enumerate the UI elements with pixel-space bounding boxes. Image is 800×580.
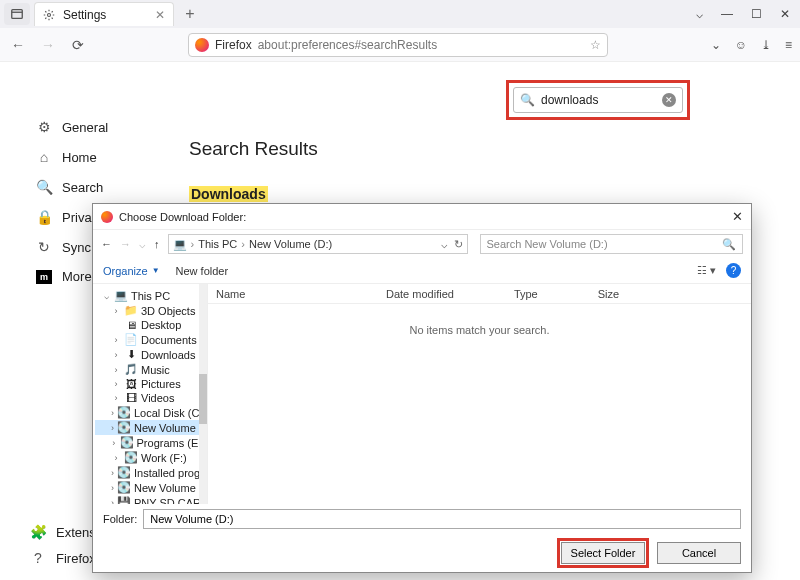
tab-settings[interactable]: Settings ✕ (34, 2, 174, 26)
search-placeholder: Search New Volume (D:) (487, 238, 608, 250)
tree-node[interactable]: ›🎞Videos (95, 391, 207, 405)
chevron-down-icon: ▼ (152, 266, 160, 275)
tree-label: Documents (141, 334, 197, 346)
chevron-icon[interactable]: › (111, 393, 121, 403)
breadcrumb-pc[interactable]: This PC (198, 238, 237, 250)
chevron-icon[interactable]: › (111, 483, 114, 493)
nav-up-icon[interactable]: ↑ (154, 238, 160, 250)
tree-node[interactable]: ›💽Work (F:) (95, 450, 207, 465)
tree-label: New Volume (D: (134, 422, 207, 434)
lock-icon: 🔒 (36, 209, 52, 225)
breadcrumb-drive[interactable]: New Volume (D:) (249, 238, 332, 250)
url-text: about:preferences#searchResults (258, 38, 437, 52)
tree-node[interactable]: ›📄Documents (95, 332, 207, 347)
nav-back-icon[interactable]: ← (101, 238, 112, 250)
folder-icon: 💽 (124, 451, 138, 464)
nav-forward-icon[interactable]: → (120, 238, 131, 250)
tree-node[interactable]: ›💽New Volume (H (95, 480, 207, 495)
tree-label: PNY SD CARD (J (134, 497, 207, 505)
folder-name-input[interactable] (143, 509, 741, 529)
tree-node[interactable]: ›🖼Pictures (95, 377, 207, 391)
sidebar-item-general[interactable]: ⚙General (30, 112, 171, 142)
dialog-close-icon[interactable]: ✕ (732, 209, 743, 224)
folder-icon: 💽 (117, 466, 131, 479)
select-folder-button[interactable]: Select Folder (561, 542, 645, 564)
scrollbar-thumb[interactable] (199, 374, 207, 424)
col-name[interactable]: Name (216, 288, 386, 300)
pocket-icon[interactable]: ⌄ (711, 38, 721, 52)
chevron-icon[interactable]: › (111, 423, 114, 433)
tree-node[interactable]: ›⬇Downloads (95, 347, 207, 362)
pinned-tab[interactable] (4, 3, 30, 25)
firefox-icon (101, 211, 113, 223)
dialog-search-input[interactable]: Search New Volume (D:) 🔍 (480, 234, 744, 254)
chevron-icon[interactable]: › (111, 335, 121, 345)
organize-menu[interactable]: Organize▼ (103, 265, 160, 277)
tree-node[interactable]: ›💽New Volume (D: (95, 420, 207, 435)
minimize-icon[interactable]: — (721, 7, 733, 21)
tree-label: Local Disk (C:) (134, 407, 206, 419)
download-icon[interactable]: ⤓ (761, 38, 771, 52)
chevron-down-icon[interactable]: ⌵ (696, 7, 703, 21)
tab-close-icon[interactable]: ✕ (155, 8, 165, 22)
chevron-icon[interactable]: › (111, 498, 114, 505)
url-bar[interactable]: Firefox about:preferences#searchResults … (188, 33, 608, 57)
chevron-icon[interactable]: › (111, 438, 117, 448)
tree-node[interactable]: 🖥Desktop (95, 318, 207, 332)
chevron-icon[interactable]: › (111, 379, 121, 389)
sidebar-item-search[interactable]: 🔍Search (30, 172, 171, 202)
sidebar-item-home[interactable]: ⌂Home (30, 142, 171, 172)
tree-node[interactable]: ›💾PNY SD CARD (J (95, 495, 207, 504)
col-date[interactable]: Date modified (386, 288, 514, 300)
column-headers[interactable]: Name Date modified Type Size (208, 284, 751, 304)
help-icon[interactable]: ? (726, 263, 741, 278)
folder-icon: 💽 (117, 481, 131, 494)
chevron-icon[interactable]: ⌵ (101, 291, 111, 301)
nav-recent-icon[interactable]: ⌵ (139, 238, 146, 251)
view-options-icon[interactable]: ☷ ▾ (697, 264, 716, 277)
chevron-icon[interactable]: › (111, 350, 121, 360)
choose-download-folder-dialog: Choose Download Folder: ✕ ← → ⌵ ↑ 💻 › Th… (92, 203, 752, 573)
chevron-icon[interactable]: › (111, 453, 121, 463)
tree-label: Work (F:) (141, 452, 187, 464)
refresh-icon[interactable]: ↻ (454, 238, 463, 251)
folder-icon: 📄 (124, 333, 138, 346)
tree-node[interactable]: ›📁3D Objects (95, 303, 207, 318)
breadcrumb[interactable]: 💻 › This PC › New Volume (D:) ⌵↻ (168, 234, 468, 254)
page-title: Search Results (189, 138, 760, 160)
tree-node[interactable]: ›🎵Music (95, 362, 207, 377)
gear-icon (43, 9, 55, 21)
close-icon[interactable]: ✕ (780, 7, 790, 21)
new-folder-button[interactable]: New folder (176, 265, 229, 277)
account-icon[interactable]: ☺ (735, 38, 747, 52)
menu-icon[interactable]: ≡ (785, 38, 792, 52)
back-icon[interactable]: ← (8, 37, 28, 53)
preferences-search-input[interactable]: 🔍 downloads ✕ (513, 87, 683, 113)
search-value: downloads (541, 93, 598, 107)
tree-label: Music (141, 364, 170, 376)
forward-icon[interactable]: → (38, 37, 58, 53)
col-type[interactable]: Type (514, 288, 598, 300)
clear-search-icon[interactable]: ✕ (662, 93, 676, 107)
titlebar: Settings ✕ + ⌵ — ☐ ✕ (0, 0, 800, 28)
bookmark-star-icon[interactable]: ☆ (590, 38, 601, 52)
folder-tree[interactable]: ⌵💻This PC›📁3D Objects🖥Desktop›📄Documents… (93, 284, 208, 504)
tree-node[interactable]: ›💽Programs (E:) (95, 435, 207, 450)
reload-icon[interactable]: ⟳ (68, 37, 88, 53)
maximize-icon[interactable]: ☐ (751, 7, 762, 21)
tree-node[interactable]: ⌵💻This PC (95, 288, 207, 303)
tree-node[interactable]: ›💽Local Disk (C:) (95, 405, 207, 420)
search-icon: 🔍 (36, 179, 52, 195)
chevron-icon[interactable]: › (111, 468, 114, 478)
cancel-button[interactable]: Cancel (657, 542, 741, 564)
chevron-icon[interactable]: › (111, 408, 114, 418)
chevron-icon[interactable]: › (111, 306, 121, 316)
new-tab-button[interactable]: + (178, 2, 202, 26)
tab-title: Settings (63, 8, 106, 22)
tree-node[interactable]: ›💽Installed progra (95, 465, 207, 480)
chevron-down-icon[interactable]: ⌵ (441, 238, 448, 251)
chevron-icon[interactable]: › (111, 365, 121, 375)
search-icon: 🔍 (520, 93, 535, 107)
folder-label: Folder: (103, 513, 137, 525)
col-size[interactable]: Size (598, 288, 679, 300)
